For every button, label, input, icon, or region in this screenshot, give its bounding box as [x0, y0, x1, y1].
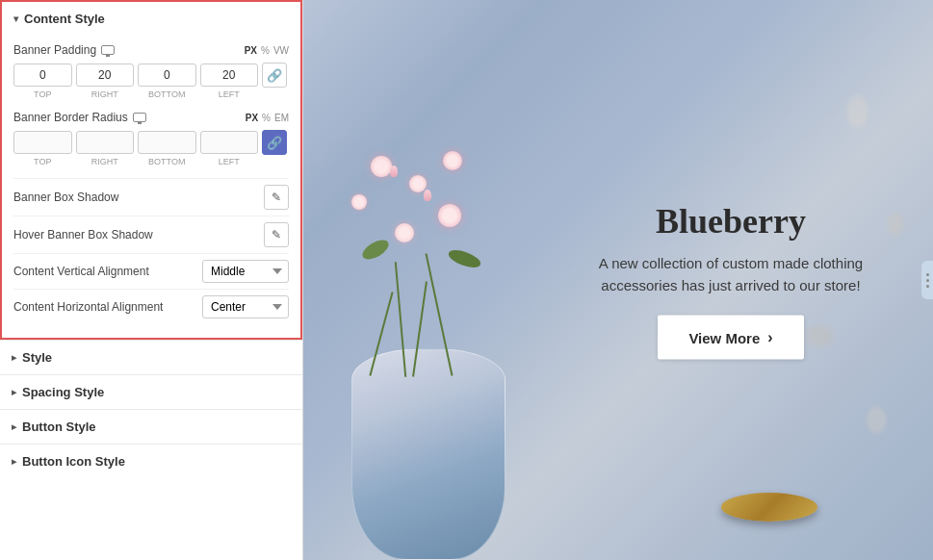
banner-padding-field: Banner Padding PX % VW 🔗 [13, 43, 289, 99]
content-vertical-alignment-select[interactable]: Top Middle Bottom [202, 260, 289, 283]
stem-3 [426, 253, 454, 376]
hover-banner-box-shadow-edit-button[interactable]: ✎ [264, 222, 289, 247]
radius-left-input[interactable] [200, 131, 259, 154]
flower-cluster [303, 146, 534, 377]
padding-link-button[interactable]: 🔗 [262, 63, 287, 88]
hover-banner-box-shadow-label: Hover Banner Box Shadow [13, 228, 153, 242]
left-label: LEFT [200, 89, 259, 99]
stem-4 [369, 292, 393, 375]
resize-dots [926, 273, 929, 288]
stem-1 [395, 262, 406, 377]
content-horizontal-alignment-select[interactable]: Left Center Right [202, 295, 289, 318]
content-overlay: Blueberry A new collection of custom mad… [567, 201, 894, 360]
small-bowl [721, 493, 817, 522]
banner-padding-inputs: 🔗 [13, 63, 289, 88]
style-label: Style [22, 350, 52, 365]
button-style-section-header[interactable]: ▸ Button Style [0, 410, 302, 444]
radius-right-input[interactable] [76, 131, 135, 154]
bud-2 [424, 190, 431, 201]
banner-border-radius-label-row: Banner Border Radius PX % EM [13, 111, 289, 124]
style-section-header[interactable]: ▸ Style [0, 341, 302, 374]
content-style-body: Banner Padding PX % VW 🔗 [2, 36, 300, 338]
unit-percent[interactable]: % [261, 45, 270, 56]
banner-description: A new collection of custom made clothing… [586, 253, 875, 296]
top-label: TOP [13, 89, 72, 99]
radius-unit-em[interactable]: EM [274, 113, 289, 123]
banner-padding-label-row: Banner Padding PX % VW [13, 43, 289, 57]
resize-dot-1 [926, 273, 929, 276]
radius-input-labels: TOP RIGHT BOTTOM LEFT [13, 157, 289, 166]
resize-dot-2 [926, 279, 929, 282]
button-style-chevron-right-icon: ▸ [12, 421, 16, 432]
flower-4 [351, 194, 367, 210]
resize-dot-3 [926, 285, 929, 288]
banner-padding-units: PX % VW [245, 45, 289, 56]
hover-banner-box-shadow-row: Hover Banner Box Shadow ✎ [13, 216, 289, 253]
radius-unit-px[interactable]: PX [246, 113, 258, 123]
view-more-chevron-icon: › [767, 329, 772, 346]
radius-right-label: RIGHT [76, 157, 135, 166]
monitor-icon [101, 45, 115, 55]
padding-input-labels: TOP RIGHT BOTTOM LEFT [13, 89, 289, 99]
radius-bottom-label: BOTTOM [138, 157, 196, 166]
content-style-label: Content Style [24, 12, 105, 26]
flower-6 [395, 223, 414, 242]
style-section: ▸ Style [0, 340, 302, 374]
vase-shape [351, 348, 505, 560]
banner-border-radius-field: Banner Border Radius PX % EM 🔗 [13, 111, 289, 166]
spacing-style-section-header[interactable]: ▸ Spacing Style [0, 375, 302, 409]
padding-top-input[interactable] [13, 64, 72, 87]
flower-3 [443, 151, 462, 170]
left-panel: ▾ Content Style Banner Padding PX % VW [0, 0, 303, 560]
button-style-section: ▸ Button Style [0, 409, 302, 444]
banner-title: Blueberry [567, 201, 894, 242]
right-label: RIGHT [76, 89, 135, 99]
spacing-style-label: Spacing Style [22, 385, 104, 399]
flower-5 [438, 204, 461, 227]
border-radius-inputs: 🔗 [13, 130, 289, 155]
leaf-1 [359, 237, 391, 264]
radius-top-label: TOP [13, 157, 72, 166]
content-style-header[interactable]: ▾ Content Style [2, 2, 300, 36]
button-icon-chevron-right-icon: ▸ [12, 456, 16, 467]
leaf-2 [447, 246, 483, 270]
bud-1 [390, 165, 398, 177]
spacing-chevron-right-icon: ▸ [12, 387, 16, 397]
button-icon-style-section-header[interactable]: ▸ Button Icon Style [0, 445, 302, 478]
padding-right-input[interactable] [76, 64, 135, 87]
stem-2 [412, 281, 428, 376]
style-chevron-right-icon: ▸ [12, 352, 16, 363]
radius-left-label: LEFT [200, 157, 259, 166]
bottom-label: BOTTOM [138, 89, 196, 99]
banner-box-shadow-label: Banner Box Shadow [13, 191, 118, 204]
banner-padding-label: Banner Padding [13, 43, 115, 57]
banner-border-radius-units: PX % EM [246, 113, 289, 123]
right-panel: Blueberry A new collection of custom mad… [303, 0, 933, 560]
monitor-icon-2 [133, 113, 146, 122]
vase-container [323, 291, 515, 560]
content-style-section: ▾ Content Style Banner Padding PX % VW [0, 0, 302, 340]
radius-link-button[interactable]: 🔗 [262, 130, 287, 155]
unit-px[interactable]: PX [245, 45, 257, 56]
flower-2 [409, 175, 427, 192]
button-style-label: Button Style [22, 420, 96, 434]
unit-vw[interactable]: VW [273, 45, 289, 56]
radius-unit-percent[interactable]: % [262, 113, 271, 123]
padding-bottom-input[interactable] [138, 64, 196, 87]
padding-left-input[interactable] [200, 64, 259, 87]
radius-top-input[interactable] [13, 131, 72, 154]
content-vertical-alignment-label: Content Vertical Alignment [13, 265, 149, 278]
preview-background: Blueberry A new collection of custom mad… [303, 0, 933, 560]
resize-handle[interactable] [921, 261, 933, 299]
radius-bottom-input[interactable] [138, 131, 196, 154]
banner-box-shadow-row: Banner Box Shadow ✎ [13, 178, 289, 216]
banner-box-shadow-edit-button[interactable]: ✎ [264, 185, 289, 210]
view-more-button[interactable]: View More › [658, 316, 803, 360]
button-icon-style-section: ▸ Button Icon Style [0, 444, 302, 478]
banner-border-radius-label: Banner Border Radius [13, 111, 146, 124]
spacing-style-section: ▸ Spacing Style [0, 374, 302, 409]
content-horizontal-alignment-row: Content Horizontal Alignment Left Center… [13, 289, 289, 324]
content-horizontal-alignment-label: Content Horizontal Alignment [13, 300, 163, 314]
button-icon-style-label: Button Icon Style [22, 454, 125, 469]
content-vertical-alignment-row: Content Vertical Alignment Top Middle Bo… [13, 253, 289, 289]
